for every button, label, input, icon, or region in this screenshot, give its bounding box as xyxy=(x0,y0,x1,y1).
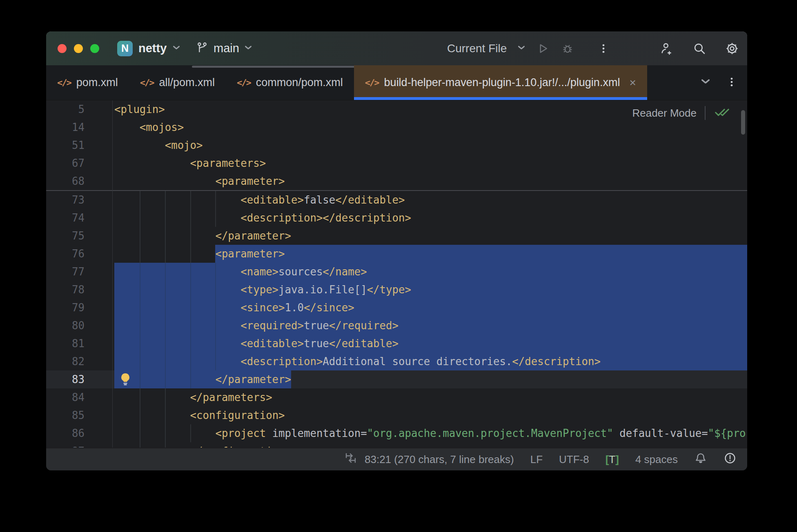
code-line-80[interactable]: 80<required>true</required> xyxy=(46,317,747,335)
code-line-67[interactable]: 67<parameters> xyxy=(46,154,747,172)
notifications-bell-icon[interactable] xyxy=(694,452,707,468)
line-number[interactable]: 75 xyxy=(46,227,85,245)
code-line-86[interactable]: 86<project implementation="org.apache.ma… xyxy=(46,424,747,442)
code-line-79[interactable]: 79<since>1.0</since> xyxy=(46,299,747,317)
chevron-down-icon xyxy=(244,47,252,52)
xml-file-icon: </> xyxy=(365,78,379,88)
code-line-81[interactable]: 81<editable>true</editable> xyxy=(46,335,747,352)
editor-pane: Reader Mode 5<plugin>14<mojos>51<mojo>67… xyxy=(46,100,747,448)
code-line-74[interactable]: 74<description></description> xyxy=(46,209,747,227)
line-number[interactable]: 79 xyxy=(46,299,85,317)
xml-file-icon: </> xyxy=(237,78,251,88)
encoding-selector[interactable]: UTF-8 xyxy=(559,453,589,466)
debug-button[interactable] xyxy=(561,42,574,55)
line-number[interactable]: 73 xyxy=(46,191,85,209)
line-number[interactable]: 14 xyxy=(46,118,85,136)
code-line-76[interactable]: 76<parameter> xyxy=(46,245,747,263)
code-line-85[interactable]: 85<configuration> xyxy=(46,406,747,424)
line-number[interactable]: 82 xyxy=(46,352,85,370)
code-line-77[interactable]: 77<name>sources</name> xyxy=(46,263,747,281)
line-number[interactable]: 85 xyxy=(46,406,85,424)
line-number[interactable]: 81 xyxy=(46,335,85,352)
code-line-78[interactable]: 78<type>java.io.File[]</type> xyxy=(46,281,747,299)
code-line-content: <name>sources</name> xyxy=(114,263,747,281)
line-number[interactable]: 76 xyxy=(46,245,85,263)
tab-common-pom-xml[interactable]: </> common/pom.xml xyxy=(226,65,354,100)
code-text: <since>1.0</since> xyxy=(114,301,354,314)
code-text: <parameter> xyxy=(114,248,285,260)
code-text: </parameter> xyxy=(114,373,291,386)
code-text: <required>true</required> xyxy=(114,319,398,332)
tab-options-kebab-icon[interactable] xyxy=(726,76,737,89)
editor-scrollbar-thumb[interactable] xyxy=(741,110,745,135)
line-number[interactable]: 68 xyxy=(46,172,85,190)
tab-all-pom-xml[interactable]: </> all/pom.xml xyxy=(129,65,226,100)
code-body: 73<editable>false</editable>74<descripti… xyxy=(46,191,747,448)
tab-label: build-helper-maven-plugin-1.10.jar!/.../… xyxy=(384,76,620,89)
indent-selector[interactable]: 4 spaces xyxy=(635,453,678,466)
code-line-75[interactable]: 75</parameter> xyxy=(46,227,747,245)
code-line-content: <configuration> xyxy=(114,406,747,424)
project-widget[interactable]: N netty xyxy=(117,41,180,56)
tab-plugin-xml-active[interactable]: </> build-helper-maven-plugin-1.10.jar!/… xyxy=(354,65,647,100)
line-number[interactable]: 83 xyxy=(46,370,85,388)
caret-position: 83:21 (270 chars, 7 line breaks) xyxy=(365,453,514,466)
code-line-68[interactable]: 68<parameter> xyxy=(46,172,747,190)
soft-wrap-icon xyxy=(344,452,357,468)
branch-name: main xyxy=(214,42,239,55)
code-line-content: <parameter> xyxy=(114,172,747,190)
editor-tab-bar: </> pom.xml </> all/pom.xml </> common/p… xyxy=(46,65,747,100)
line-number[interactable]: 84 xyxy=(46,388,85,406)
code-line-82[interactable]: 82<description>Additional source directo… xyxy=(46,352,747,370)
minimize-window-button[interactable] xyxy=(74,44,83,53)
line-number[interactable]: 87 xyxy=(46,442,85,448)
error-alert-icon[interactable] xyxy=(724,452,737,468)
close-tab-icon[interactable]: × xyxy=(629,77,636,89)
close-window-button[interactable] xyxy=(58,44,67,53)
add-user-icon[interactable] xyxy=(660,42,674,55)
code-line-14[interactable]: 14<mojos> xyxy=(46,118,747,136)
git-branch-icon xyxy=(196,41,209,56)
code-text: <type>java.io.File[]</type> xyxy=(114,284,411,296)
chevron-down-icon[interactable] xyxy=(517,47,525,52)
line-number[interactable]: 77 xyxy=(46,263,85,281)
code-line-content: </parameter> xyxy=(114,227,747,245)
vcs-branch-widget[interactable]: main xyxy=(196,41,252,56)
chevron-down-icon xyxy=(172,47,180,52)
typing-mode-badge[interactable]: [T] xyxy=(606,453,619,466)
line-number[interactable]: 86 xyxy=(46,424,85,442)
line-ending-selector[interactable]: LF xyxy=(530,453,543,466)
code-text: <configuration> xyxy=(114,409,285,421)
caret-position-group[interactable]: 83:21 (270 chars, 7 line breaks) xyxy=(344,452,514,468)
chevron-down-icon[interactable] xyxy=(701,80,711,86)
code-line-73[interactable]: 73<editable>false</editable> xyxy=(46,191,747,209)
zoom-window-button[interactable] xyxy=(90,44,99,53)
code-line-84[interactable]: 84</parameters> xyxy=(46,388,747,406)
line-number[interactable]: 80 xyxy=(46,317,85,335)
code-line-content: <mojo> xyxy=(114,136,747,154)
code-line-content: <mojos> xyxy=(114,118,747,136)
code-text: <name>sources</name> xyxy=(114,266,367,278)
code-line-51[interactable]: 51<mojo> xyxy=(46,136,747,154)
run-widget: Current File xyxy=(447,42,610,55)
gutter-border xyxy=(112,100,113,448)
run-configuration-selector[interactable]: Current File xyxy=(447,42,507,55)
line-number[interactable]: 78 xyxy=(46,281,85,299)
settings-gear-icon[interactable] xyxy=(725,42,739,55)
line-number[interactable]: 5 xyxy=(46,100,85,118)
tab-label: all/pom.xml xyxy=(159,76,215,89)
tab-pom-xml[interactable]: </> pom.xml xyxy=(46,65,129,100)
code-text: <plugin> xyxy=(114,103,165,115)
code-line-content: <description></description> xyxy=(114,209,747,227)
code-line-87[interactable]: 87</configuration> xyxy=(46,442,747,448)
code-text: </parameters> xyxy=(114,391,272,403)
more-options-kebab-icon[interactable] xyxy=(597,42,610,55)
run-button[interactable] xyxy=(536,42,550,55)
line-number[interactable]: 74 xyxy=(46,209,85,227)
code-line-83[interactable]: 83</parameter> xyxy=(46,370,747,388)
line-number[interactable]: 67 xyxy=(46,154,85,172)
double-check-icon[interactable] xyxy=(714,105,730,121)
line-number[interactable]: 51 xyxy=(46,136,85,154)
search-icon[interactable] xyxy=(692,42,706,55)
code-line-content: <since>1.0</since> xyxy=(114,299,747,317)
